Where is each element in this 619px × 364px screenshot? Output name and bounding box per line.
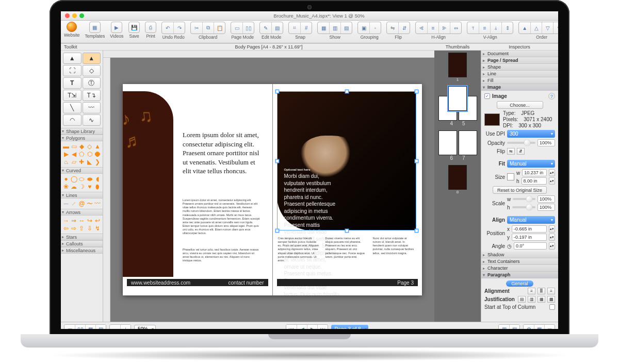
view2-button[interactable]: ▯▯ bbox=[75, 325, 85, 329]
callouts-header[interactable]: Callouts bbox=[61, 240, 103, 247]
paste-button[interactable]: 📋 bbox=[214, 22, 225, 34]
shape-moon[interactable]: ☽ bbox=[78, 183, 85, 190]
firstpage-button[interactable]: ⏮ bbox=[286, 325, 297, 329]
shape-spiral[interactable]: @ bbox=[78, 200, 85, 207]
halign1-button[interactable]: ⫷ bbox=[416, 22, 427, 34]
show3-button[interactable]: ▤ bbox=[340, 22, 352, 34]
scale-w-slider[interactable] bbox=[513, 198, 535, 200]
pos-x-stepper[interactable]: ▴▾ bbox=[549, 225, 555, 233]
shape-square[interactable]: ◆ bbox=[78, 143, 85, 150]
transform-tool[interactable]: ⛶ bbox=[63, 65, 82, 76]
shape-arr5[interactable]: ↩ bbox=[94, 217, 101, 224]
opacity-field[interactable]: 100% bbox=[537, 139, 555, 146]
lines-header[interactable]: Lines bbox=[61, 192, 103, 198]
shape-tri[interactable]: ▲ bbox=[94, 143, 101, 150]
show2-button[interactable]: ▥ bbox=[329, 22, 340, 34]
image-checkbox[interactable]: ✓ bbox=[484, 93, 490, 99]
copy-button[interactable]: ⧉ bbox=[202, 22, 214, 34]
nextpage-button[interactable]: ▶ bbox=[307, 325, 317, 329]
page-select[interactable]: Page 3 of 8 bbox=[331, 325, 368, 329]
flipv-button[interactable]: ⇵ bbox=[517, 148, 525, 155]
redo-button[interactable]: ↷ bbox=[173, 22, 185, 34]
shape-zig[interactable]: 〰 bbox=[94, 200, 101, 207]
pos-y-field[interactable]: -0.197 in bbox=[512, 234, 547, 241]
shape-roundrect[interactable]: ▭ bbox=[70, 143, 77, 150]
view1-button[interactable]: ▭ bbox=[64, 325, 75, 329]
fliph-button[interactable]: ⇋ bbox=[507, 148, 515, 155]
order2-button[interactable]: △ bbox=[530, 22, 542, 34]
node-tool[interactable]: ◇ bbox=[83, 65, 101, 76]
valign3-button[interactable]: ⫰ bbox=[490, 22, 501, 34]
shape-para[interactable]: ▱ bbox=[70, 158, 77, 166]
scale-w-field[interactable]: 100% bbox=[537, 195, 555, 203]
close-window-button[interactable] bbox=[65, 13, 70, 18]
pagemode2-button[interactable]: ▯▯ bbox=[242, 22, 254, 34]
flipv-button[interactable]: ⇵ bbox=[398, 22, 410, 34]
choose-button[interactable]: Choose... bbox=[497, 101, 543, 109]
fliph-button[interactable]: ⇋ bbox=[387, 22, 398, 34]
editmode2-button[interactable]: ▤ bbox=[271, 22, 283, 34]
view3-button[interactable]: ▦ bbox=[85, 325, 95, 329]
halign2-button[interactable]: ≡ bbox=[427, 22, 438, 34]
shape-plus[interactable]: ✚ bbox=[78, 158, 85, 166]
panel4-button[interactable]: ▦ bbox=[534, 325, 544, 329]
handle-ml[interactable] bbox=[275, 159, 279, 163]
shape-arr6[interactable]: ⇦ bbox=[62, 225, 70, 232]
line-tool[interactable]: ╲ bbox=[63, 102, 82, 113]
shape-arr7[interactable]: ⇨ bbox=[70, 225, 77, 232]
group-button[interactable]: ▣ bbox=[358, 22, 369, 34]
shape-arc2[interactable]: ◖ bbox=[94, 175, 101, 183]
just-center-button[interactable]: ▥ bbox=[528, 296, 535, 303]
col-b[interactable]: Donec viverra metus eu elit aliqua posue… bbox=[325, 237, 368, 259]
thumb-7[interactable] bbox=[459, 130, 477, 155]
print-button[interactable]: ⎙ bbox=[145, 22, 156, 33]
valign1-button[interactable]: ⫯ bbox=[467, 22, 479, 34]
curved-header[interactable]: Curved bbox=[61, 167, 103, 174]
insp-fill[interactable]: Fill bbox=[481, 77, 558, 84]
shape-tri2[interactable]: ▶ bbox=[62, 151, 70, 158]
valign4-button[interactable]: ⇕ bbox=[501, 22, 513, 34]
insp-image[interactable]: Image bbox=[481, 84, 558, 91]
right-footer[interactable]: Page 3 bbox=[277, 279, 418, 286]
arc-tool[interactable]: ◠ bbox=[63, 114, 82, 126]
thumb-3[interactable] bbox=[448, 86, 467, 111]
panel3-button[interactable]: ⚙ bbox=[524, 325, 534, 329]
snap2-button[interactable]: # bbox=[300, 22, 312, 34]
shape-rect[interactable]: ▬ bbox=[62, 143, 70, 150]
scale-h-slider[interactable] bbox=[512, 206, 535, 208]
hruler[interactable] bbox=[103, 51, 434, 58]
just-right-button[interactable]: ▦ bbox=[537, 296, 545, 303]
shape-trap[interactable]: ⏢ bbox=[62, 158, 70, 166]
angle-dial-icon[interactable]: ◷ bbox=[507, 243, 512, 249]
shape-arr3[interactable]: ↔ bbox=[78, 217, 85, 224]
body1-text[interactable]: Lorem ipsum dolor sit amet, consectetur … bbox=[183, 198, 260, 235]
vtext-tool[interactable]: Ⓣ bbox=[83, 77, 101, 89]
direct-select-tool[interactable]: ▲ bbox=[83, 53, 101, 64]
col-a[interactable]: Cras tempus auctor blandit semper facili… bbox=[278, 237, 320, 262]
reset-size-button[interactable]: Reset to Original Size bbox=[493, 186, 547, 194]
insp-pagespread[interactable]: Page / Spread bbox=[481, 57, 558, 64]
fittext-tool[interactable]: T⇲ bbox=[63, 90, 82, 101]
lock-aspect-icon[interactable] bbox=[507, 173, 514, 180]
panel1-button[interactable]: ▥ bbox=[499, 325, 509, 329]
panel5-button[interactable]: ▭ bbox=[544, 325, 555, 329]
minimize-window-button[interactable] bbox=[72, 13, 77, 18]
website-button[interactable] bbox=[67, 22, 77, 32]
templates-button[interactable]: ▦ bbox=[89, 22, 101, 33]
shape-line1[interactable]: ─ bbox=[62, 200, 70, 207]
fit-select[interactable]: Manual bbox=[507, 160, 555, 168]
size-w-stepper[interactable]: ▴▾ bbox=[549, 169, 555, 176]
insp-textcontainers[interactable]: Text Containers bbox=[481, 258, 558, 265]
shape-wave[interactable]: 〜 bbox=[86, 200, 93, 207]
angle-field[interactable]: 0.0° bbox=[514, 242, 547, 250]
shape-chev[interactable]: ❯ bbox=[94, 158, 101, 166]
handle-tl[interactable] bbox=[275, 90, 279, 93]
shape-hex[interactable]: ⬡ bbox=[86, 151, 93, 158]
misc-header[interactable]: Miscellaneous bbox=[61, 247, 103, 254]
handle-tc[interactable] bbox=[345, 90, 349, 93]
insp-line[interactable]: Line bbox=[481, 71, 558, 77]
handle-mr[interactable] bbox=[415, 159, 418, 163]
insp-shape[interactable]: Shape bbox=[481, 64, 558, 71]
shape-heart[interactable]: ♥ bbox=[86, 183, 93, 190]
text-tool[interactable]: T bbox=[63, 77, 82, 89]
